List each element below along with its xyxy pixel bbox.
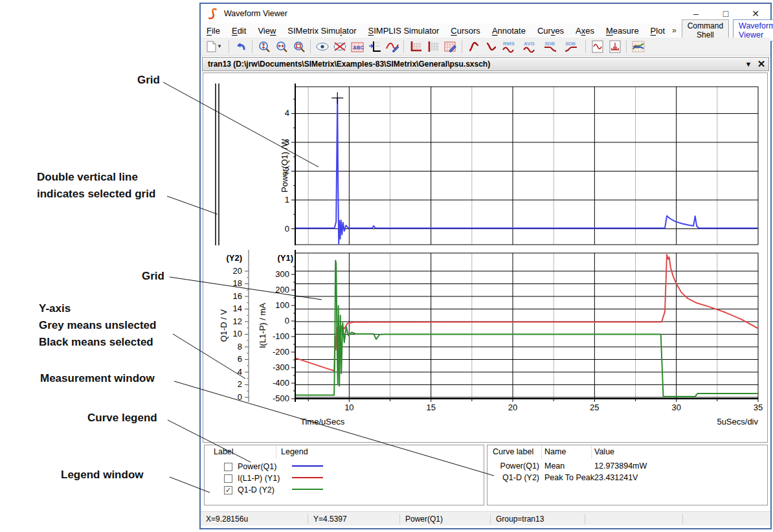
zoom-rect-button[interactable] [291, 39, 307, 54]
svg-text:(Y1): (Y1) [277, 253, 293, 263]
svg-text:8: 8 [238, 342, 242, 351]
plot-tab-header[interactable]: tran13 (D:\jrw\Documents\SIMetrix\Exampl… [202, 57, 769, 71]
menu-curves[interactable]: Curves [532, 25, 570, 37]
toolbar: ▼ ABC [201, 38, 770, 56]
menu-simplis-simulator[interactable]: SIMPLIS Simulator [363, 25, 445, 37]
svg-text:10: 10 [344, 403, 353, 412]
annotation-double-line: Double vertical line indicates selected … [37, 169, 155, 203]
checkbox-i-l1-p[interactable] [224, 474, 232, 483]
graph-panel[interactable]: 01234Power(Q1) /W02468101214161820(Y2)Q1… [203, 72, 768, 443]
svg-text:-100: -100 [273, 331, 289, 341]
svg-text:200: 200 [275, 285, 289, 294]
add-grid-button[interactable] [407, 39, 423, 54]
svg-text:ABC: ABC [353, 45, 364, 50]
menu-simetrix-simulator[interactable]: SIMetrix Simulator [282, 25, 362, 37]
menu-measure[interactable]: Measure [600, 25, 645, 37]
toolbar-separator [403, 40, 404, 53]
plot-fft-button[interactable] [607, 39, 623, 54]
plot-options-button[interactable] [630, 39, 646, 54]
menu-edit[interactable]: Edit [226, 25, 252, 37]
column-divider [276, 445, 276, 459]
annotation-y-axis: Y-axis Grey means unslected Black means … [39, 300, 156, 351]
curve-i-l1-p[interactable] [295, 254, 758, 371]
annotation-grid-top: Grid [137, 72, 160, 89]
zoom-x-button[interactable] [273, 39, 289, 54]
legend-row[interactable]: I(L1-P) (Y1) [224, 472, 280, 484]
svg-text:15: 15 [426, 403, 435, 412]
avg-button[interactable]: AVG [521, 39, 541, 54]
svg-text:6: 6 [238, 354, 242, 364]
menu-cursors[interactable]: Cursors [445, 25, 486, 37]
toolbar-overflow-chevron[interactable]: » [671, 26, 678, 35]
edit-grid-button[interactable] [442, 39, 458, 54]
plot-sine-button[interactable] [589, 39, 605, 54]
derivative-curve-button[interactable] [483, 39, 499, 54]
svg-text:12: 12 [233, 316, 242, 326]
toolbar-separator [229, 40, 229, 53]
tab-dropdown-button[interactable]: ▼ [743, 58, 754, 70]
checkbox-power-q1[interactable] [224, 463, 232, 471]
legend-line-sample [292, 465, 323, 467]
waveform-plot[interactable]: 01234Power(Q1) /W02468101214161820(Y2)Q1… [203, 73, 767, 442]
svg-text:30: 30 [671, 403, 680, 412]
legend-line-sample [292, 489, 323, 490]
screenshot-canvas: Grid Double vertical line indicates sele… [0, 0, 773, 532]
curve-q1-d[interactable] [295, 260, 758, 396]
svg-text:Q1-D / V: Q1-D / V [219, 309, 229, 342]
legend-col-label: Label [214, 447, 234, 456]
zoom-fit-button[interactable] [256, 39, 272, 54]
menu-annotate[interactable]: Annotate [486, 25, 532, 37]
add-axis-button[interactable] [366, 39, 383, 54]
svg-text:-400: -400 [273, 378, 289, 388]
status-group: Group=tran13 [491, 514, 585, 524]
edit-curve-button[interactable] [384, 39, 400, 54]
menu-bar: FileEditViewSIMetrix SimulatorSIMPLIS Si… [201, 23, 770, 38]
meas-col-name: Name [544, 447, 566, 456]
legend-row[interactable]: ✓ Q1-D (Y2) [224, 484, 274, 496]
column-divider [591, 445, 592, 459]
avg-label: AVG [524, 41, 535, 47]
status-empty [585, 514, 683, 524]
svg-text:0: 0 [238, 392, 242, 402]
svg-text:5uSecs/div: 5uSecs/div [717, 417, 758, 427]
legend-line-sample [292, 477, 323, 478]
svg-text:14: 14 [233, 304, 242, 313]
meas-value: 12.973894mW [594, 461, 647, 471]
label-curve-button[interactable]: ABC [349, 39, 365, 54]
status-cursor-y: Y=4.5397 [308, 514, 400, 524]
svg-text:(Y2): (Y2) [226, 253, 242, 263]
hide-curve-button[interactable] [331, 39, 348, 54]
new-plot-button[interactable]: ▼ [203, 39, 225, 54]
svg-text:2: 2 [238, 379, 242, 389]
menu-axes[interactable]: Axes [570, 25, 600, 37]
svg-text:Power(Q1) /W: Power(Q1) /W [280, 139, 289, 192]
db3-lowpass-button[interactable]: 3DB [542, 39, 561, 54]
checkbox-q1-d[interactable]: ✓ [224, 486, 232, 494]
svg-text:16: 16 [233, 291, 242, 301]
menu-file[interactable]: File [201, 25, 226, 37]
show-curve-button[interactable] [314, 39, 330, 54]
menu-view[interactable]: View [252, 25, 282, 37]
svg-text:10: 10 [233, 329, 242, 338]
split-grid-button[interactable] [425, 39, 441, 54]
legend-row[interactable]: Power(Q1) [224, 461, 276, 472]
svg-text:35: 35 [754, 403, 763, 412]
smooth-curve-button[interactable] [465, 39, 482, 54]
tab-close-button[interactable]: ✕ [756, 58, 767, 70]
db3-highpass-button[interactable]: 3DB [563, 39, 582, 54]
svg-text:-500: -500 [273, 393, 289, 403]
cursor-crosshair[interactable] [331, 92, 343, 104]
meas-col-curve: Curve label [493, 447, 533, 456]
svg-text:20: 20 [233, 266, 242, 276]
undo-button[interactable] [232, 39, 249, 54]
rms-button[interactable]: RMS [500, 39, 520, 54]
menu-plot[interactable]: Plot [645, 25, 671, 37]
waveform-viewer-window: Waveform Viewer – □ ✕ FileEditViewSIMetr… [199, 3, 772, 529]
legend-label: Power(Q1) [238, 462, 276, 471]
svg-text:100: 100 [275, 300, 289, 310]
svg-text:0: 0 [285, 224, 289, 234]
svg-text:20: 20 [508, 403, 517, 412]
annotation-legend-window: Legend window [61, 467, 144, 483]
svg-text:Time/uSecs: Time/uSecs [300, 417, 345, 427]
status-cursor-x: X=9.28156u [201, 514, 308, 524]
